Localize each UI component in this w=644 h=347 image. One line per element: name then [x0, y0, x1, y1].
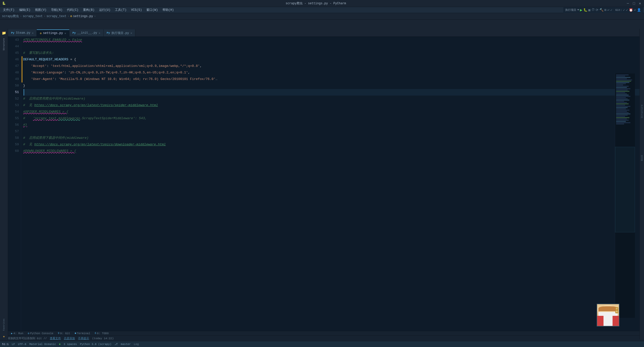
- code-49-colon: :: [55, 76, 59, 82]
- ln-51: 51: [9, 89, 19, 96]
- tab-settings-py[interactable]: ⚙ settings.py ✕: [37, 29, 69, 36]
- breadcrumb-folder-1[interactable]: scrapy_text: [23, 15, 43, 18]
- menu-edit[interactable]: 编辑(E): [17, 7, 33, 13]
- git-label: Git:: [615, 9, 622, 12]
- breadcrumb-file[interactable]: settings.py: [73, 15, 93, 18]
- minimize-button[interactable]: ─: [626, 2, 630, 6]
- menu-run[interactable]: 运行(U): [97, 7, 113, 13]
- sidebar-icon-structure[interactable]: Structure: [1, 37, 7, 52]
- right-sidebar: Structure Book: [639, 29, 644, 339]
- code-55-rest: .ScrapyTextSpiderMiddleware': 543,: [80, 115, 147, 122]
- info-view-link[interactable]: 查看文件: [50, 336, 61, 340]
- status-encoding[interactable]: UTF-8: [18, 343, 26, 346]
- code-47-colon: :: [47, 63, 51, 69]
- git-clock-button[interactable]: ⏰: [629, 8, 633, 12]
- build-button[interactable]: 🔨: [599, 8, 603, 12]
- status-branch-icon: ⎇: [114, 342, 118, 346]
- code-line-59: # 见 https://docs.scrapy.org/en/latest/to…: [23, 141, 639, 148]
- tab-steam-py[interactable]: Py Steam.py ✕: [8, 29, 37, 36]
- tab-init-label: __init__.py: [77, 31, 97, 35]
- book-panel-label[interactable]: Book: [640, 154, 644, 161]
- code-47-indent: [23, 63, 31, 69]
- run-button[interactable]: ▶: [580, 8, 582, 13]
- code-48-val: 'zh-CN,zh;q=0.9,zh-TW;q=0.7,zh-HK;q=0.5,…: [68, 69, 188, 76]
- sidebar-icon-project[interactable]: 📁: [1, 30, 7, 36]
- profile-button[interactable]: ⏱: [591, 8, 595, 12]
- editor-area[interactable]: 43 44 45 46 47 48 49 50 51 52 53 54 55 5…: [8, 37, 639, 332]
- menu-vcs[interactable]: VCS(S): [129, 8, 144, 12]
- menu-tools[interactable]: 工具(T): [113, 7, 129, 13]
- terminal-icon: ■: [75, 332, 76, 335]
- code-48-indent: [23, 69, 31, 76]
- breadcrumb-project[interactable]: scrapy爬虫: [2, 14, 19, 18]
- git-profile-button[interactable]: 👤: [637, 8, 641, 12]
- ln-44: 44: [9, 43, 19, 50]
- structure-panel-label[interactable]: Structure: [640, 104, 644, 119]
- git-undo-button[interactable]: ↩: [634, 8, 636, 12]
- tab-exec-close[interactable]: ✕: [131, 31, 132, 35]
- coverage-button[interactable]: ▦: [588, 8, 590, 12]
- sidebar-icon-favorites[interactable]: Favorites: [1, 317, 7, 332]
- run-tab-label: 4: Run: [13, 332, 23, 335]
- tab-init-close[interactable]: ✕: [99, 31, 100, 35]
- status-line-ending[interactable]: LF: [12, 343, 15, 346]
- breadcrumb-sep-2: ›: [44, 15, 46, 18]
- tab-steam-close[interactable]: ✕: [32, 31, 34, 35]
- status-theme[interactable]: Material Oceanic: [29, 343, 56, 346]
- menu-refactor[interactable]: 重构(B): [81, 7, 97, 13]
- tab-steam-icon: Py: [11, 31, 14, 34]
- code-line-46: DEFAULT_REQUEST_HEADERS = {: [23, 56, 639, 63]
- menu-window[interactable]: 窗口(W): [144, 7, 160, 13]
- bookmark-button[interactable]: ⊞: [605, 8, 607, 12]
- menu-navigate[interactable]: 导航(N): [49, 7, 65, 13]
- menu-help[interactable]: 帮助(H): [160, 7, 176, 13]
- menu-view[interactable]: 视图(V): [33, 7, 49, 13]
- terminal-label: Terminal: [77, 332, 90, 335]
- git-update-button[interactable]: ✓: [626, 8, 628, 12]
- tab-exec-py[interactable]: Py 执行项目.py ✕: [104, 29, 135, 36]
- close-button[interactable]: ✕: [638, 2, 642, 6]
- git-tab-icon: 9: [58, 332, 59, 335]
- info-external: 外部添加的文件可以添加到 Git //: [2, 336, 47, 340]
- status-python[interactable]: Python 3.8 (scrapy): [80, 343, 111, 346]
- ln-50: 50: [9, 82, 19, 89]
- bottom-tab-terminal[interactable]: ■ Terminal: [73, 332, 92, 335]
- code-line-47: 'Accept' : 'text/html,application/xhtml+…: [23, 63, 639, 69]
- tab-init-py[interactable]: Py __init__.py ✕: [69, 29, 104, 36]
- git-tab-label: 9: Git: [60, 332, 70, 335]
- code-line-51: [23, 89, 639, 96]
- bottom-tab-run[interactable]: ▶ 4: Run: [9, 332, 25, 335]
- maximize-button[interactable]: □: [632, 2, 636, 6]
- bottom-tab-python-console[interactable]: ⚙ Python Console: [26, 332, 55, 335]
- run-config-label: 执行项目: [565, 8, 576, 12]
- bottom-tab-git[interactable]: 9 9: Git: [56, 332, 72, 335]
- menu-code[interactable]: 代码(C): [65, 7, 80, 13]
- bottom-tab-todo[interactable]: 6 6: TODO: [93, 332, 111, 335]
- code-line-55: # 'scrapy_text.middlewares.ScrapyTextSpi…: [23, 115, 639, 122]
- code-53-link[interactable]: https://docs.scrapy.org/en/latest/topics…: [34, 102, 158, 109]
- ln-56: 56: [9, 122, 19, 128]
- minimap-content: [615, 73, 635, 318]
- code-line-48: 'Accept-Language' : 'zh-CN,zh;q=0.9,zh-T…: [23, 69, 639, 76]
- menu-file[interactable]: 文件(F): [1, 7, 17, 13]
- breadcrumb-folder-2[interactable]: scrapy_text: [47, 15, 66, 18]
- code-line-60: #DOWNLOADER_MIDDLEWARES = {: [23, 148, 639, 154]
- status-indent[interactable]: 3 spaces: [64, 343, 77, 346]
- update-button[interactable]: ⟳: [596, 8, 598, 12]
- run-config-dropdown[interactable]: ▼: [577, 9, 579, 11]
- code-content[interactable]: #TELNETCONSOLE_ENABLED = False # 重写默认请求头…: [21, 37, 639, 332]
- sidebar-icon-star[interactable]: ★: [1, 333, 7, 339]
- tab-settings-close[interactable]: ✕: [64, 32, 66, 35]
- commit-button[interactable]: ✓: [610, 8, 612, 12]
- info-no-more-link[interactable]: 不再提示: [78, 336, 89, 340]
- code-59-link[interactable]: https://docs.scrapy.org/en/latest/topics…: [34, 141, 166, 148]
- ln-52: 52: [9, 96, 19, 102]
- debug-button[interactable]: 🐛: [583, 8, 587, 12]
- undo-button[interactable]: ↩: [607, 8, 609, 12]
- run-tab-icon: ▶: [11, 332, 13, 335]
- code-51-cursor: [24, 89, 26, 96]
- info-add-link[interactable]: 总是添加: [64, 336, 75, 340]
- status-log[interactable]: Log: [134, 343, 139, 346]
- code-49-val: 'Mozilla/5.0 (Windows NT 10.0; Win64; x6…: [58, 76, 215, 82]
- git-check-button[interactable]: ✓: [623, 8, 625, 12]
